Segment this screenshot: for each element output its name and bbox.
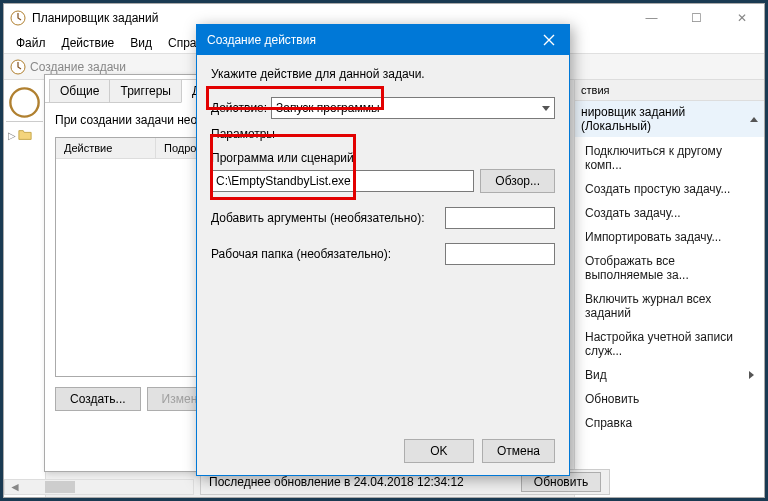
menu-action[interactable]: Действие: [56, 34, 121, 52]
browse-button[interactable]: Обзор...: [480, 169, 555, 193]
dialog-instruction: Укажите действие для данной задачи.: [211, 67, 555, 81]
action-refresh[interactable]: Обновить: [575, 387, 764, 411]
svg-point-2: [10, 88, 38, 116]
close-button[interactable]: ✕: [719, 4, 764, 32]
dialog-titlebar[interactable]: Создание действия: [197, 25, 569, 55]
toolbar-label: Создание задачи: [30, 60, 126, 74]
startdir-label: Рабочая папка (необязательно):: [211, 247, 439, 261]
program-input[interactable]: C:\EmptyStandbyList.exe: [211, 170, 474, 192]
maximize-button[interactable]: ☐: [674, 4, 719, 32]
action-type-select[interactable]: Запуск программы: [271, 97, 555, 119]
clock-icon: [10, 10, 26, 26]
ok-button[interactable]: OK: [404, 439, 474, 463]
startdir-input[interactable]: [445, 243, 555, 265]
chevron-right-icon: [749, 371, 754, 379]
create-action-button[interactable]: Создать...: [55, 387, 141, 411]
menu-file[interactable]: Файл: [10, 34, 52, 52]
actions-pane: ствия нировщик заданий (Локальный) Подкл…: [574, 80, 764, 497]
tree-header: Пл: [6, 84, 43, 122]
scrollbar-thumb[interactable]: [45, 481, 75, 493]
folder-icon: [18, 128, 32, 142]
action-enable-history[interactable]: Включить журнал всех заданий: [575, 287, 764, 325]
action-type-label: Действие:: [211, 101, 271, 115]
actions-section-title: нировщик заданий (Локальный): [575, 101, 764, 137]
params-section-title: Параметры: [211, 127, 555, 141]
action-create-task[interactable]: Создать задачу...: [575, 201, 764, 225]
create-action-dialog: Создание действия Укажите действие для д…: [196, 24, 570, 476]
clock-icon: [8, 86, 41, 119]
action-connect-remote[interactable]: Подключиться к другому комп...: [575, 139, 764, 177]
horizontal-scrollbar[interactable]: ◄: [4, 479, 194, 495]
cancel-button[interactable]: Отмена: [482, 439, 555, 463]
minimize-button[interactable]: —: [629, 4, 674, 32]
arguments-label: Добавить аргументы (необязательно):: [211, 211, 439, 225]
main-title: Планировщик заданий: [32, 11, 158, 25]
chevron-down-icon: [542, 106, 550, 111]
tree-pane: Пл ▷: [4, 80, 46, 497]
menu-view[interactable]: Вид: [124, 34, 158, 52]
program-label: Программа или сценарий:: [211, 151, 555, 165]
action-help[interactable]: Справка: [575, 411, 764, 435]
close-icon: [543, 34, 555, 46]
dialog-title: Создание действия: [207, 33, 316, 47]
tree-item-library[interactable]: ▷: [6, 126, 43, 144]
col-action[interactable]: Действие: [56, 138, 156, 158]
action-create-basic-task[interactable]: Создать простую задачу...: [575, 177, 764, 201]
action-show-running[interactable]: Отображать все выполняемые за...: [575, 249, 764, 287]
dialog-close-button[interactable]: [529, 25, 569, 55]
status-text: Последнее обновление в 24.04.2018 12:34:…: [209, 475, 464, 489]
action-atservice-config[interactable]: Настройка учетной записи служ...: [575, 325, 764, 363]
chevron-up-icon[interactable]: [750, 117, 758, 122]
action-import-task[interactable]: Импортировать задачу...: [575, 225, 764, 249]
clock-icon: [10, 59, 26, 75]
arguments-input[interactable]: [445, 207, 555, 229]
tab-triggers[interactable]: Триггеры: [109, 79, 182, 102]
tab-general[interactable]: Общие: [49, 79, 110, 102]
action-view[interactable]: Вид: [575, 363, 764, 387]
actions-pane-header: ствия: [575, 80, 764, 101]
